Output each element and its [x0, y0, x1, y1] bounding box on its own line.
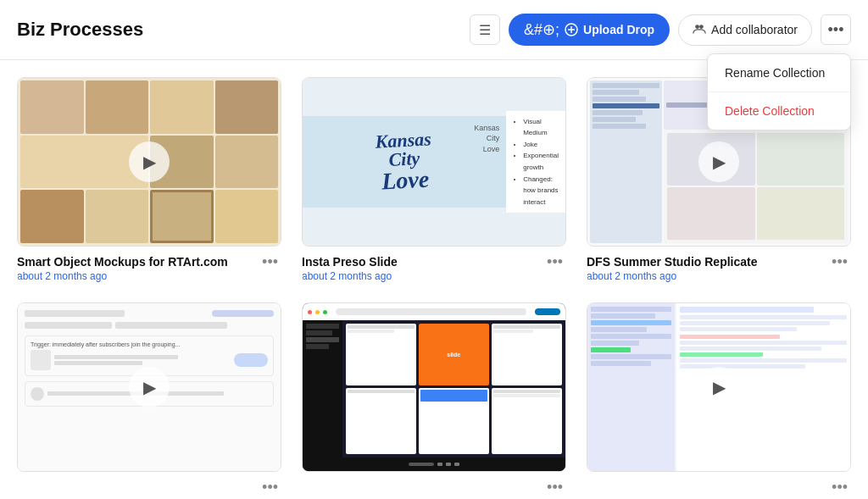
play-button-3[interactable]: ▶ [698, 141, 739, 182]
card-1-more-button[interactable]: ••• [259, 253, 281, 271]
card-workflow[interactable]: Trigger: immediately after subscribers j… [17, 302, 281, 496]
play-button-6[interactable]: ▶ [698, 367, 739, 408]
people-icon [693, 22, 706, 38]
card-2-more-button[interactable]: ••• [543, 253, 566, 271]
card-inbox[interactable]: ▶ ••• [587, 302, 851, 496]
card-3-more-button[interactable]: ••• [828, 253, 851, 271]
svg-point-3 [695, 25, 699, 29]
card-insta-preso[interactable]: KansasCityLove KansasCityLove Visual Med… [302, 77, 566, 282]
card-5-more-button[interactable]: ••• [543, 479, 566, 496]
card-5-thumbnail: slide [302, 302, 566, 472]
card-4-more-button[interactable]: ••• [259, 479, 281, 496]
card-3-info: DFS Summer Studio Replicate about 2 mont… [587, 255, 851, 282]
card-5-info: ••• [302, 480, 566, 496]
collection-dropdown: Rename Collection Delete Collection [707, 53, 851, 130]
card-1-title: Smart Object Mockups for RTArt.com [17, 255, 228, 269]
svg-point-4 [699, 25, 704, 29]
add-collaborator-button[interactable]: Add collaborator [678, 14, 812, 46]
bullet-4: Changed: how brands interact [523, 174, 559, 208]
list-view-icon: ☰ [479, 22, 491, 38]
card-2-thumbnail: KansasCityLove KansasCityLove Visual Med… [302, 77, 566, 247]
bullet-2: Joke [523, 139, 559, 151]
card-2-title: Insta Preso Slide [302, 255, 398, 269]
card-slideshare[interactable]: slide [302, 302, 566, 496]
play-button-4[interactable]: ▶ [129, 367, 170, 408]
ellipsis-icon: ••• [828, 21, 844, 39]
page-header: Biz Processes ☰ &#⊕; Upload Drop [0, 0, 868, 60]
card-4-info: ••• [17, 480, 281, 496]
card-4-thumbnail: Trigger: immediately after subscribers j… [17, 302, 281, 472]
rename-collection-item[interactable]: Rename Collection [708, 54, 850, 92]
card-smart-object-mockups[interactable]: ▶ Smart Object Mockups for RTArt.com abo… [17, 77, 281, 282]
add-collaborator-label: Add collaborator [711, 23, 798, 36]
card-6-info: ••• [587, 480, 851, 496]
card-2-date: about 2 months ago [302, 270, 398, 282]
delete-collection-item[interactable]: Delete Collection [708, 92, 850, 130]
bullet-1: Visual Medium [523, 116, 559, 139]
header-actions: ☰ &#⊕; Upload Drop Add collabo [470, 14, 851, 46]
card-6-thumbnail: ▶ [587, 302, 851, 472]
page-title: Biz Processes [17, 19, 470, 41]
more-options-button[interactable]: ••• [821, 14, 851, 45]
card-1-info: Smart Object Mockups for RTArt.com about… [17, 255, 281, 282]
play-button-1[interactable]: ▶ [129, 141, 170, 182]
card-1-date: about 2 months ago [17, 270, 228, 282]
card-6-more-button[interactable]: ••• [828, 479, 851, 496]
card-3-date: about 2 months ago [587, 270, 757, 282]
upload-drop-label: Upload Drop [583, 23, 654, 36]
card-1-thumbnail: ▶ [17, 77, 281, 247]
bullet-3: Exponential growth [523, 150, 559, 173]
plus-circle-icon: &#⊕; [524, 20, 559, 39]
upload-drop-button[interactable]: &#⊕; Upload Drop [509, 14, 670, 46]
card-3-title: DFS Summer Studio Replicate [587, 255, 757, 269]
upload-icon [565, 23, 578, 36]
list-view-button[interactable]: ☰ [470, 14, 500, 45]
card-2-info: Insta Preso Slide about 2 months ago ••• [302, 255, 566, 282]
